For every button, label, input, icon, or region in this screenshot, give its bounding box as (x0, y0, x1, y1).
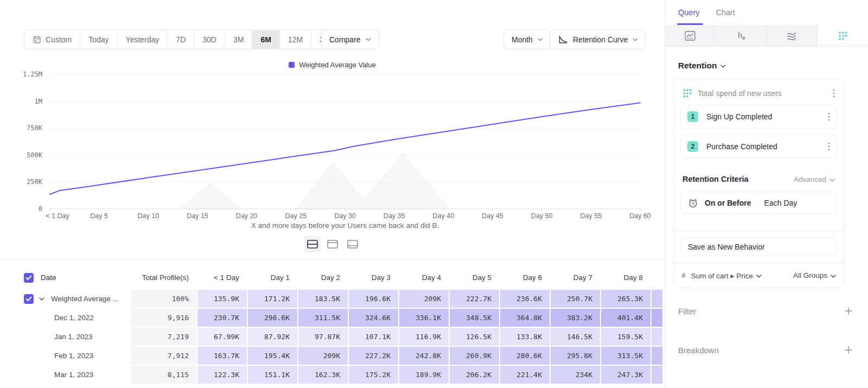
column-header[interactable]: Day 3 (349, 266, 398, 290)
retention-value-cell[interactable]: 97.87K (298, 328, 348, 346)
view-tab-retention-grid[interactable] (818, 25, 868, 46)
behavior-title[interactable]: Total spend of new users (698, 89, 826, 98)
date-cell[interactable]: Dec 1, 2022 (0, 309, 130, 327)
view-tab-flow-chart[interactable] (767, 25, 818, 46)
range-custom[interactable]: Custom (24, 30, 80, 49)
retention-value-cell[interactable]: 280.6K (500, 347, 550, 365)
measure-property-dropdown[interactable]: Sum of cart ▸ Price (691, 271, 762, 280)
retention-value-cell[interactable]: 222.7K (450, 290, 499, 308)
column-header[interactable]: Day 5 (450, 266, 499, 290)
column-header[interactable]: Day 2 (298, 266, 348, 290)
retention-value-cell[interactable]: 175.2K (349, 366, 398, 384)
retention-value-cell[interactable]: 135.9K (197, 290, 247, 308)
behavior-step-2[interactable]: 2Purchase Completed (680, 135, 837, 158)
range-6m[interactable]: 6M (252, 30, 279, 49)
retention-value-cell[interactable]: 107.1K (349, 328, 398, 346)
retention-value-cell[interactable]: 116.9K (399, 328, 449, 346)
retention-value-cell[interactable]: 133.8K (500, 328, 550, 346)
total-profiles-cell[interactable]: 7,912 (131, 347, 196, 365)
retention-value-cell[interactable]: 313.5K (601, 347, 650, 365)
date-cell[interactable]: Feb 1, 2023 (0, 347, 130, 365)
retention-value-cell[interactable]: 383.2K (551, 309, 600, 327)
row-checkbox[interactable] (24, 273, 34, 283)
save-as-new-behavior-button[interactable]: Save as New Behavior (680, 238, 837, 256)
retention-value-cell[interactable]: 247.3K (601, 366, 650, 384)
retention-value-cell[interactable]: 324.6K (349, 309, 398, 327)
date-column-header[interactable]: Date (0, 266, 130, 290)
column-header[interactable]: Day 7 (551, 266, 600, 290)
timing-condition[interactable]: On or Before (705, 199, 751, 207)
range-3m[interactable]: 3M (225, 30, 252, 49)
retention-value-cell[interactable]: 296.6K (248, 309, 297, 327)
chart-type-button[interactable]: Retention Curve (550, 30, 646, 49)
compare-button[interactable]: Compare (321, 30, 379, 49)
kebab-menu-icon[interactable] (832, 88, 836, 99)
retention-value-cell[interactable]: 336.1K (399, 309, 449, 327)
column-header[interactable]: Day 8 (601, 266, 650, 290)
layout-toggle-top-focus[interactable] (324, 236, 341, 252)
retention-value-cell[interactable]: 230.7K (197, 309, 247, 327)
layout-toggle-bottom-focus[interactable] (344, 236, 361, 252)
behavior-step-1[interactable]: 1Sign Up Completed (680, 105, 837, 129)
retention-value-cell[interactable]: 242.8K (399, 347, 449, 365)
range-today[interactable]: Today (80, 30, 117, 49)
date-cell[interactable]: Weighted Average ... (0, 290, 130, 308)
column-header[interactable]: < 1 Day (197, 266, 247, 290)
retention-value-cell[interactable]: 364.8K (500, 309, 550, 327)
retention-value-cell[interactable]: 162.3K (298, 366, 348, 384)
view-tab-bar-chart[interactable] (716, 25, 767, 46)
retention-value-cell[interactable]: 348.5K (450, 309, 499, 327)
total-profiles-cell[interactable]: 8,115 (131, 366, 196, 384)
retention-value-cell[interactable]: 171.2K (248, 290, 297, 308)
column-header[interactable]: Day 1 (248, 266, 297, 290)
range-7d[interactable]: 7D (168, 30, 194, 49)
retention-value-cell[interactable]: 209K (298, 347, 348, 365)
retention-value-cell[interactable]: 163.7K (197, 347, 247, 365)
retention-value-cell[interactable]: 146.5K (551, 328, 600, 346)
retention-value-cell[interactable]: 236.6K (500, 290, 550, 308)
retention-value-cell[interactable]: 196.6K (349, 290, 398, 308)
retention-value-cell[interactable]: 189.9K (399, 366, 449, 384)
total-profiles-cell[interactable]: 7,219 (131, 328, 196, 346)
row-checkbox[interactable] (24, 294, 34, 304)
retention-value-cell[interactable]: 234K (551, 366, 600, 384)
kebab-menu-icon[interactable] (827, 141, 831, 152)
view-tab-insights-line-chart[interactable] (665, 25, 716, 46)
retention-value-cell[interactable]: 265.3K (601, 290, 650, 308)
retention-value-cell[interactable]: 260.9K (450, 347, 499, 365)
column-header[interactable]: Total Profile(s) (131, 266, 196, 290)
tab-query[interactable]: Query (678, 0, 700, 25)
column-header[interactable]: Day 6 (500, 266, 550, 290)
granularity-button[interactable]: Month (503, 30, 551, 49)
total-profiles-cell[interactable]: 100% (131, 290, 196, 308)
expand-row-icon[interactable] (39, 297, 44, 301)
retention-value-cell[interactable]: 221.4K (500, 366, 550, 384)
retention-value-cell[interactable]: 151.1K (248, 366, 297, 384)
retention-value-cell[interactable]: 206.2K (450, 366, 499, 384)
add-filter-icon[interactable] (844, 307, 853, 315)
retention-value-cell[interactable]: 209K (399, 290, 449, 308)
report-type-selector[interactable]: Retention (678, 61, 868, 71)
kebab-menu-icon[interactable] (827, 111, 831, 122)
timing-frequency[interactable]: Each Day (764, 199, 797, 207)
retention-value-cell[interactable]: 67.99K (197, 328, 247, 346)
column-header[interactable]: Day 4 (399, 266, 449, 290)
retention-value-cell[interactable]: 401.4K (601, 309, 650, 327)
criteria-mode-dropdown[interactable]: Advanced (794, 175, 835, 183)
date-cell[interactable]: Mar 1, 2023 (0, 366, 130, 384)
retention-value-cell[interactable]: 183.5K (298, 290, 348, 308)
retention-value-cell[interactable]: 250.7K (551, 290, 600, 308)
retention-value-cell[interactable]: 126.5K (450, 328, 499, 346)
retention-value-cell[interactable]: 122.3K (197, 366, 247, 384)
range-30d[interactable]: 30D (194, 30, 225, 49)
retention-value-cell[interactable]: 87.92K (248, 328, 297, 346)
total-profiles-cell[interactable]: 9,916 (131, 309, 196, 327)
date-cell[interactable]: Jan 1, 2023 (0, 328, 130, 346)
range-12m[interactable]: 12M (280, 30, 311, 49)
retention-value-cell[interactable]: 295.8K (551, 347, 600, 365)
tab-chart[interactable]: Chart (716, 0, 735, 25)
retention-value-cell[interactable]: 311.5K (298, 309, 348, 327)
layout-toggle-split-view[interactable] (304, 236, 321, 252)
add-breakdown-icon[interactable] (844, 346, 853, 354)
retention-value-cell[interactable]: 227.2K (349, 347, 398, 365)
